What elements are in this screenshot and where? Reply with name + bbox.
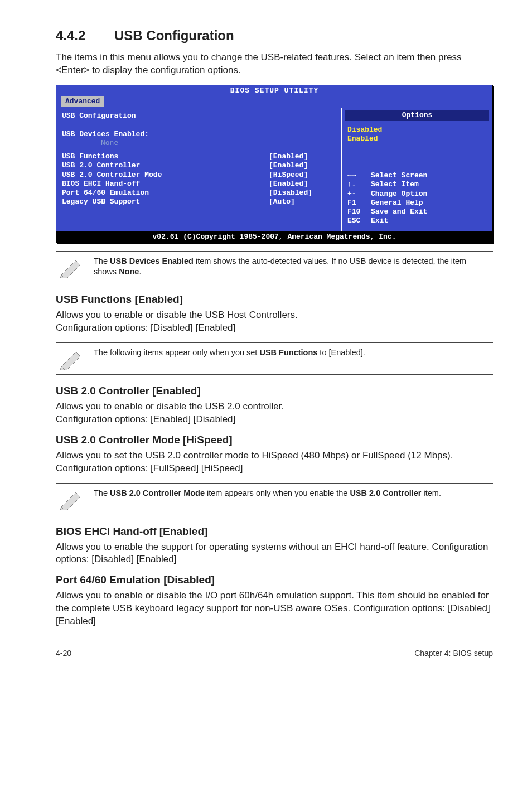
pencil-icon [58,347,85,370]
pencil-icon [58,256,85,278]
note-block: The USB Devices Enabled item shows the a… [56,251,493,283]
bios-row: BIOS EHCI Hand-off[Enabled] [62,180,336,189]
page-footer: 4-20 Chapter 4: BIOS setup [56,645,493,658]
subheading-usb20-controller: USB 2.0 Controller [Enabled] [56,385,493,397]
subheading-ehci-handoff: BIOS EHCI Hand-off [Enabled] [56,525,493,538]
paragraph: Allows you to enable or disable the USB … [56,400,493,413]
bios-tab-advanced: Advanced [61,96,104,107]
chapter-label: Chapter 4: BIOS setup [414,649,493,658]
section-number: 4.4.2 [56,28,114,44]
paragraph: Allows you to set the USB 2.0 controller… [56,450,493,475]
bios-option: Disabled [347,125,487,134]
subheading-usb-functions: USB Functions [Enabled] [56,293,493,306]
bios-nav-help: ←→Select Screen ↑↓Select Item +-Change O… [347,171,487,226]
bios-tabbar: Advanced [56,96,492,108]
bios-right-panel: Options Disabled Enabled ←→Select Screen… [342,108,492,231]
pencil-icon [58,488,85,510]
bios-left-panel: USB Configuration USB Devices Enabled: N… [56,108,342,231]
bios-options-title: Options [345,110,489,120]
subheading-usb20-mode: USB 2.0 Controller Mode [HiSpeed] [56,434,493,446]
note-block: The following items appear only when you… [56,342,493,375]
bios-panel-title: USB Configuration [62,112,336,120]
bios-screenshot: BIOS SETUP UTILITY Advanced USB Configur… [56,85,493,243]
section-title: USB Configuration [114,28,234,43]
subheading-port-emulation: Port 64/60 Emulation [Disabled] [56,574,493,586]
bios-devices-label: USB Devices Enabled: [62,130,336,139]
paragraph: Configuration options: [Enabled] [Disabl… [56,413,493,426]
bios-title: BIOS SETUP UTILITY [56,85,492,96]
bios-row: USB 2.0 Controller Mode[HiSpeed] [62,171,336,180]
bios-row: Legacy USB Support[Auto] [62,197,336,206]
note-text: The following items appear only when you… [94,347,365,359]
bios-row: USB 2.0 Controller[Enabled] [62,161,336,170]
note-text: The USB Devices Enabled item shows the a… [94,256,491,278]
intro-paragraph: The items in this menu allows you to cha… [56,51,493,77]
note-block: The USB 2.0 Controller Mode item appears… [56,483,493,515]
bios-devices-value: None [62,139,336,148]
paragraph: Allows you to enable or disable the USB … [56,309,493,322]
section-heading: 4.4.2USB Configuration [56,28,493,44]
paragraph: Allows you to enable the support for ope… [56,541,493,567]
bios-row: USB Functions[Enabled] [62,152,336,161]
paragraph: Allows you to enable or disable the I/O … [56,590,493,628]
bios-copyright: v02.61 (C)Copyright 1985-2007, American … [56,231,492,243]
bios-option: Enabled [347,134,487,143]
paragraph: Configuration options: [Disabled] [Enabl… [56,322,493,335]
bios-row: Port 64/60 Emulation[Disabled] [62,189,336,197]
page-number: 4-20 [56,649,71,658]
note-text: The USB 2.0 Controller Mode item appears… [94,488,441,499]
